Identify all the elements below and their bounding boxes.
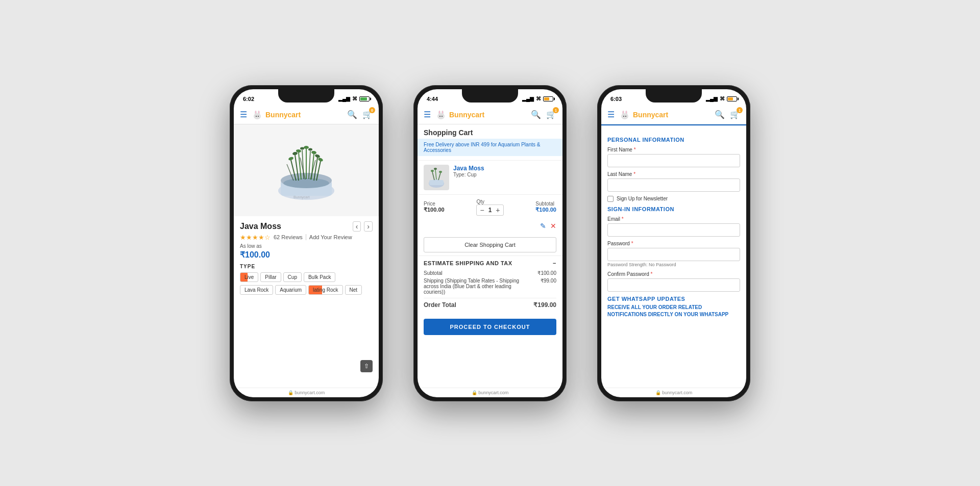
password-group: Password * Password Strength: No Passwor… <box>607 241 740 267</box>
email-input[interactable] <box>607 223 740 237</box>
email-group: Email * <box>607 216 740 237</box>
qty-minus[interactable]: − <box>480 206 484 214</box>
password-strength-text: Password Strength: No Password <box>607 262 740 267</box>
confirm-password-input[interactable] <box>607 278 740 292</box>
prev-arrow[interactable]: ‹ <box>353 221 361 232</box>
password-input[interactable] <box>607 248 740 261</box>
last-name-input[interactable] <box>607 178 740 192</box>
svg-point-47 <box>439 171 442 173</box>
clear-cart-button[interactable]: Clear Shopping Cart <box>424 237 556 252</box>
type-btn-pillar[interactable]: Pillar <box>260 272 281 282</box>
notch-3 <box>646 89 702 103</box>
svg-line-42 <box>432 172 434 180</box>
svg-line-43 <box>435 170 436 180</box>
cart-icon-2[interactable]: 🛒 1 <box>546 110 556 119</box>
type-btn-cup[interactable]: Cup <box>283 272 302 282</box>
password-label: Password * <box>607 241 740 246</box>
signal-icon: ▂▄▆ <box>338 96 350 101</box>
product-image-svg: Bunnycart <box>265 130 347 211</box>
footer-2: 🔒 bunnycart.com <box>418 388 562 397</box>
notch-1 <box>278 89 334 103</box>
cart-actions: ✎ ✕ <box>418 220 562 234</box>
search-icon-2[interactable]: 🔍 <box>531 110 541 119</box>
svg-point-52 <box>626 111 627 114</box>
product-title: Java Moss <box>240 222 281 231</box>
rabbit-logo-2 <box>435 109 447 121</box>
scroll-area: ⇧ <box>234 372 379 388</box>
svg-rect-41 <box>429 180 444 185</box>
stars-row: ★★★★☆ 62 Reviews Add Your Review <box>240 234 373 241</box>
estimate-toggle-icon[interactable]: − <box>553 260 556 266</box>
footer-lock-icon-3: 🔒 <box>655 390 661 395</box>
status-time-2: 4:44 <box>427 96 438 102</box>
status-time-3: 6:03 <box>610 96 622 102</box>
cart-icon-3[interactable]: 🛒 1 <box>730 110 740 119</box>
hamburger-icon-2[interactable]: ☰ <box>424 110 431 119</box>
newsletter-label: Sign Up for Newsletter <box>617 196 668 201</box>
cart-badge-1: 0 <box>369 107 375 113</box>
product-price: ₹100.00 <box>240 250 373 260</box>
search-icon-3[interactable]: 🔍 <box>715 110 725 119</box>
price-col: Price ₹100.00 <box>424 201 445 213</box>
svg-point-24 <box>304 146 309 149</box>
first-name-input[interactable] <box>607 154 740 167</box>
type-btn-net[interactable]: Net <box>345 285 362 295</box>
email-label: Email * <box>607 216 740 222</box>
type-btn-floating[interactable]: lating Rock <box>308 285 342 295</box>
hamburger-icon-3[interactable]: ☰ <box>607 110 615 119</box>
cart-item-name[interactable]: Java Moss <box>453 165 556 172</box>
type-btn-lava[interactable]: Lava Rock <box>240 285 273 295</box>
free-delivery-banner: Free Delivery above INR 499 for Aquarium… <box>418 139 562 156</box>
next-arrow[interactable]: › <box>364 221 373 232</box>
price-value: ₹100.00 <box>424 207 445 213</box>
search-icon-1[interactable]: 🔍 <box>347 110 357 119</box>
battery-fill-3 <box>728 97 733 100</box>
reviews-count: 62 Reviews <box>274 234 303 240</box>
add-review-link[interactable]: Add Your Review <box>306 234 352 240</box>
svg-point-26 <box>311 150 317 155</box>
checkout-button[interactable]: PROCEED TO CHECKOUT <box>424 319 556 335</box>
svg-point-48 <box>621 113 628 119</box>
battery-icon-2 <box>543 96 553 101</box>
phones-container: 6:02 ▂▄▆ ⌘ ☰ <box>230 85 750 401</box>
qty-plus[interactable]: + <box>496 206 500 214</box>
svg-point-3 <box>255 111 256 114</box>
type-btn-aquarium[interactable]: Aquarium <box>275 285 306 295</box>
rabbit-logo-1 <box>251 109 263 121</box>
svg-point-37 <box>442 111 443 114</box>
svg-point-33 <box>437 113 445 119</box>
app-header-2: ☰ Bunnycart 🔍 🛒 <box>418 106 562 124</box>
footer-1: 🔒 bunnycart.com <box>234 388 379 397</box>
type-btn-live[interactable]: Live <box>240 272 258 282</box>
cart-icon-1[interactable]: 🛒 0 <box>362 110 373 119</box>
cart-item-type: Type: Cup <box>453 172 556 177</box>
wifi-icon-3: ⌘ <box>720 96 725 101</box>
cart-item-details: Java Moss Type: Cup <box>453 165 556 177</box>
hamburger-icon-1[interactable]: ☰ <box>240 110 247 119</box>
whatsapp-section: GET WHATSAPP UPDATES RECEIVE ALL YOUR OR… <box>607 296 740 318</box>
battery-icon-1 <box>359 96 370 101</box>
phone-3: 6:03 ▂▄▆ ⌘ ☰ <box>597 85 750 401</box>
cart-item: Java Moss Type: Cup <box>418 160 562 195</box>
cart-title: Shopping Cart <box>418 124 562 139</box>
battery-fill-1 <box>360 97 367 100</box>
logo-area-1: Bunnycart <box>251 109 343 121</box>
edit-item-icon[interactable]: ✎ <box>540 222 546 230</box>
svg-point-21 <box>292 151 298 156</box>
delete-item-icon[interactable]: ✕ <box>550 222 556 230</box>
svg-point-45 <box>431 170 434 172</box>
svg-point-4 <box>258 111 259 114</box>
required-asterisk-lastname: * <box>633 171 635 177</box>
scroll-top-button[interactable]: ⇧ <box>360 360 373 372</box>
newsletter-checkbox[interactable] <box>607 196 614 202</box>
svg-point-23 <box>300 147 304 149</box>
estimate-header: ESTIMATE SHIPPING AND TAX − <box>424 260 556 266</box>
type-btn-bulk[interactable]: Bulk Pack <box>304 272 335 282</box>
logo-area-3: Bunnycart <box>619 109 710 121</box>
cart-plant-svg <box>425 166 448 189</box>
cart-item-image <box>424 165 449 190</box>
product-title-row: Java Moss ‹ › <box>240 221 373 232</box>
logo-text-1: Bunnycart <box>265 111 301 119</box>
phone-2: 4:44 ▂▄▆ ⌘ ☰ <box>413 85 567 401</box>
required-asterisk-confirm: * <box>650 271 652 277</box>
